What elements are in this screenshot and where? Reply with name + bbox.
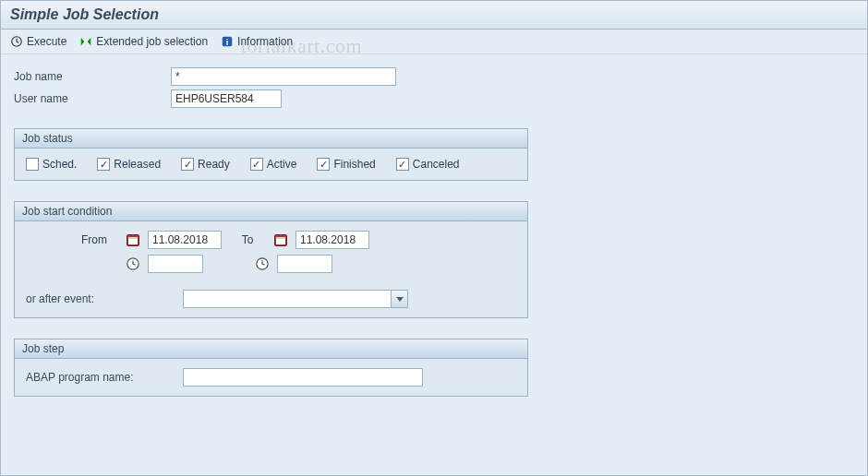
svg-rect-5 <box>128 237 138 239</box>
job-name-input[interactable] <box>171 67 396 86</box>
svg-text:i: i <box>226 37 229 47</box>
released-label: Released <box>114 158 161 171</box>
canceled-checkbox[interactable] <box>396 158 409 171</box>
released-checkbox[interactable] <box>97 158 110 171</box>
to-label: To <box>229 233 266 246</box>
execute-button[interactable]: Execute <box>10 35 66 48</box>
svg-rect-8 <box>276 237 285 239</box>
info-icon: i <box>221 35 234 48</box>
toolbar: Execute Extended job selection i Informa… <box>1 30 867 54</box>
calendar-icon[interactable] <box>126 232 140 247</box>
expand-icon <box>79 35 92 48</box>
execute-label: Execute <box>27 35 66 48</box>
job-step-title: Job step <box>15 339 527 359</box>
user-name-label: User name <box>14 92 171 105</box>
to-date-input[interactable] <box>295 231 369 249</box>
job-step-group: Job step ABAP program name: <box>14 339 528 397</box>
chevron-down-icon[interactable] <box>391 291 407 307</box>
from-time-input[interactable] <box>148 255 203 273</box>
job-start-title: Job start condition <box>15 202 527 221</box>
extended-label: Extended job selection <box>96 35 208 48</box>
ready-label: Ready <box>198 158 230 171</box>
after-event-combo[interactable] <box>183 290 408 308</box>
clock-icon[interactable] <box>255 256 270 271</box>
abap-program-label: ABAP program name: <box>26 371 183 384</box>
job-status-title: Job status <box>15 129 527 149</box>
information-label: Information <box>237 35 293 48</box>
job-name-label: Job name <box>14 70 171 83</box>
active-checkbox[interactable] <box>250 158 263 171</box>
sched-checkbox[interactable] <box>26 158 39 171</box>
finished-label: Finished <box>333 158 375 171</box>
extended-selection-button[interactable]: Extended job selection <box>79 35 208 48</box>
finished-checkbox[interactable] <box>317 158 330 171</box>
ready-checkbox[interactable] <box>181 158 194 171</box>
page-title: Simple Job Selection <box>1 1 867 30</box>
job-status-group: Job status Sched. Released Ready Active <box>14 128 528 181</box>
active-label: Active <box>267 158 297 171</box>
from-date-input[interactable] <box>148 231 222 249</box>
abap-program-input[interactable] <box>183 368 423 387</box>
after-event-input[interactable] <box>183 290 408 308</box>
canceled-label: Canceled <box>413 158 460 171</box>
calendar-icon[interactable] <box>273 232 288 247</box>
to-time-input[interactable] <box>277 255 332 273</box>
from-label: From <box>81 233 118 246</box>
job-start-group: Job start condition From To <box>14 201 528 318</box>
after-event-label: or after event: <box>26 292 183 305</box>
clock-run-icon <box>10 35 23 48</box>
sched-label: Sched. <box>42 158 77 171</box>
information-button[interactable]: i Information <box>221 35 293 48</box>
user-name-input[interactable] <box>171 89 282 108</box>
clock-icon[interactable] <box>126 256 140 271</box>
